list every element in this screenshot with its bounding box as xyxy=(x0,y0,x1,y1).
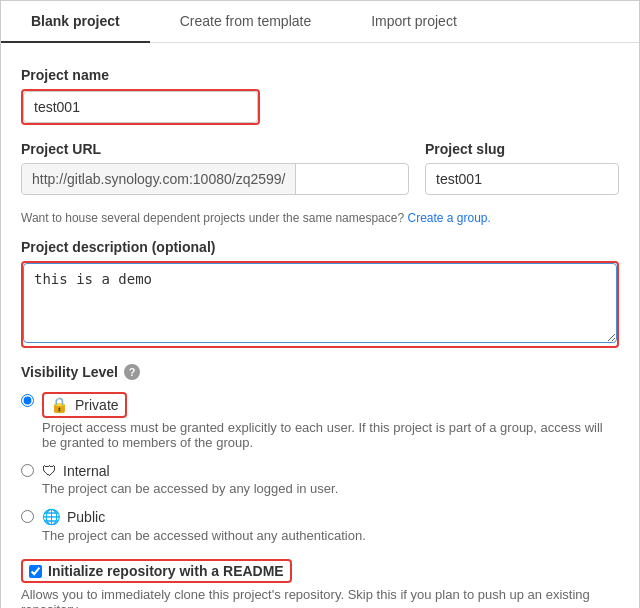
form-content: Project name Project URL http://gitlab.s… xyxy=(1,43,639,608)
project-name-input-wrapper xyxy=(21,89,260,125)
visibility-group: Visibility Level ? 🔒 Private Project acc… xyxy=(21,364,619,543)
internal-label: 🛡 Internal xyxy=(42,462,338,479)
url-prefix: http://gitlab.synology.com:10080/zq2599/ xyxy=(22,164,296,194)
readme-desc: Allows you to immediately clone this pro… xyxy=(21,587,619,608)
project-name-group: Project name xyxy=(21,67,619,125)
project-slug-label: Project slug xyxy=(425,141,619,157)
dialog: Blank project Create from template Impor… xyxy=(0,0,640,608)
globe-icon: 🌐 xyxy=(42,508,61,526)
project-name-label: Project name xyxy=(21,67,619,83)
visibility-help-icon[interactable]: ? xyxy=(124,364,140,380)
radio-public: 🌐 Public The project can be accessed wit… xyxy=(21,508,619,543)
project-url-group: Project URL http://gitlab.synology.com:1… xyxy=(21,141,409,195)
tab-import-project[interactable]: Import project xyxy=(341,1,487,43)
lock-icon: 🔒 xyxy=(50,396,69,414)
public-label: 🌐 Public xyxy=(42,508,366,526)
private-desc: Project access must be granted explicitl… xyxy=(42,420,619,450)
internal-desc: The project can be accessed by any logge… xyxy=(42,481,338,496)
tabs: Blank project Create from template Impor… xyxy=(1,1,639,43)
url-input-wrapper: http://gitlab.synology.com:10080/zq2599/ xyxy=(21,163,409,195)
readme-label: Initialize repository with a README xyxy=(48,563,284,579)
description-wrapper: this is a demo xyxy=(21,261,619,348)
shield-icon: 🛡 xyxy=(42,462,57,479)
private-label: Private xyxy=(75,397,119,413)
project-slug-input[interactable] xyxy=(425,163,619,195)
description-input[interactable]: this is a demo xyxy=(23,263,617,343)
radio-private-input[interactable] xyxy=(21,394,34,407)
description-label: Project description (optional) xyxy=(21,239,619,255)
radio-public-input[interactable] xyxy=(21,510,34,523)
tab-create-from-template[interactable]: Create from template xyxy=(150,1,342,43)
project-url-label: Project URL xyxy=(21,141,409,157)
visibility-title: Visibility Level ? xyxy=(21,364,619,380)
radio-internal-input[interactable] xyxy=(21,464,34,477)
create-group-link[interactable]: Create a group. xyxy=(407,211,490,225)
namespace-hint: Want to house several dependent projects… xyxy=(21,211,619,225)
readme-section: Initialize repository with a README Allo… xyxy=(21,559,619,608)
project-name-input[interactable] xyxy=(23,91,258,123)
radio-private: 🔒 Private Project access must be granted… xyxy=(21,392,619,450)
public-desc: The project can be accessed without any … xyxy=(42,528,366,543)
project-slug-group: Project slug xyxy=(425,141,619,195)
readme-checkbox[interactable] xyxy=(29,565,42,578)
radio-internal: 🛡 Internal The project can be accessed b… xyxy=(21,462,619,496)
url-slug-group: Project URL http://gitlab.synology.com:1… xyxy=(21,141,619,195)
description-group: Project description (optional) this is a… xyxy=(21,239,619,348)
tab-blank-project[interactable]: Blank project xyxy=(1,1,150,43)
